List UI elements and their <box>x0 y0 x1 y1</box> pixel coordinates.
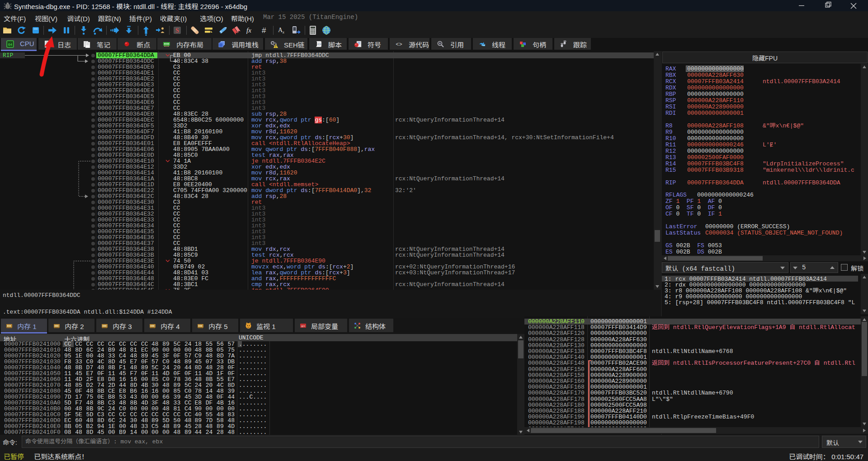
svg-text:<>: <> <box>396 42 402 48</box>
svg-text:fx: fx <box>246 27 251 34</box>
svg-text:#: # <box>262 26 266 35</box>
svg-text:!: ! <box>275 45 276 48</box>
svg-text:S: S <box>175 27 179 34</box>
svg-text:z: z <box>283 30 284 34</box>
svg-text:<>: <> <box>317 42 321 46</box>
svg-text:x=: x= <box>301 325 305 328</box>
svg-text:64: 64 <box>8 42 12 47</box>
